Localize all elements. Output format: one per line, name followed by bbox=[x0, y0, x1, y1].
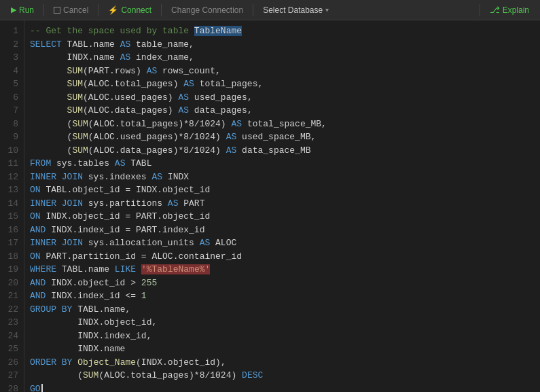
code-line-26: ORDER BY Object_Name(INDX.object_id), bbox=[30, 356, 535, 370]
line-num-10: 10 bbox=[0, 144, 24, 158]
line-num-25: 25 bbox=[0, 342, 24, 356]
code-line-11: FROM sys.tables AS TABL bbox=[30, 157, 535, 171]
code-line-19: WHERE TABL.name LIKE '%TableName%' bbox=[30, 263, 535, 277]
code-line-2: SELECT TABL.name AS table_name, bbox=[30, 38, 535, 52]
code-line-17: INNER JOIN sys.allocation_units AS ALOC bbox=[30, 236, 535, 250]
explain-label: Explain bbox=[503, 5, 529, 15]
line-num-17: 17 bbox=[0, 236, 24, 250]
code-line-4: SUM(PART.rows) AS rows_count, bbox=[30, 65, 535, 78]
line-num-6: 6 bbox=[0, 91, 24, 105]
code-line-23: INDX.object_id, bbox=[30, 316, 535, 329]
line-num-7: 7 bbox=[0, 104, 24, 118]
code-line-12: INNER JOIN sys.indexes AS INDX bbox=[30, 171, 535, 184]
code-line-14: INNER JOIN sys.partitions AS PART bbox=[30, 197, 535, 211]
code-line-16: AND INDX.index_id = PART.index_id bbox=[30, 224, 535, 237]
line-num-27: 27 bbox=[0, 369, 24, 382]
code-line-18: ON PART.partition_id = ALOC.container_id bbox=[30, 250, 535, 264]
line-num-5: 5 bbox=[0, 77, 24, 91]
separator-5 bbox=[480, 4, 480, 16]
line-num-13: 13 bbox=[0, 183, 24, 197]
connect-icon: ⚡ bbox=[108, 5, 118, 15]
line-num-3: 3 bbox=[0, 51, 24, 65]
explain-button[interactable]: ⎇ Explain bbox=[484, 3, 535, 18]
code-line-24: INDX.index_id, bbox=[30, 329, 535, 343]
run-label: Run bbox=[19, 5, 34, 15]
select-database-button[interactable]: Select Database ▾ bbox=[257, 4, 334, 16]
line-num-19: 19 bbox=[0, 263, 24, 277]
code-line-25: INDX.name bbox=[30, 342, 535, 356]
cancel-icon bbox=[54, 7, 60, 14]
code-line-5: SUM(ALOC.total_pages) AS total_pages, bbox=[30, 77, 535, 91]
change-connection-label: Change Connection bbox=[171, 5, 243, 15]
separator-4 bbox=[253, 4, 253, 16]
code-line-27: (SUM(ALOC.total_pages)*8/1024) DESC bbox=[30, 369, 535, 382]
line-num-1: 1 bbox=[0, 24, 24, 38]
line-num-9: 9 bbox=[0, 130, 24, 144]
line-num-11: 11 bbox=[0, 157, 24, 171]
cancel-button[interactable]: Cancel bbox=[48, 3, 94, 18]
line-num-28: 28 bbox=[0, 382, 24, 393]
line-num-12: 12 bbox=[0, 171, 24, 184]
code-line-21: AND INDX.index_id <= 1 bbox=[30, 289, 535, 303]
line-num-2: 2 bbox=[0, 38, 24, 52]
run-button[interactable]: ▶ Run bbox=[5, 3, 39, 18]
code-line-3: INDX.name AS index_name, bbox=[30, 51, 535, 65]
code-line-1: -- Get the space used by table TableName bbox=[30, 24, 535, 38]
line-num-21: 21 bbox=[0, 289, 24, 303]
code-line-8: (SUM(ALOC.total_pages)*8/1024) AS total_… bbox=[30, 118, 535, 131]
line-num-8: 8 bbox=[0, 118, 24, 131]
line-numbers: 1 2 3 4 5 6 7 8 9 10 11 12 13 14 15 16 1… bbox=[0, 20, 24, 392]
separator-3 bbox=[161, 4, 162, 16]
code-line-15: ON INDX.object_id = PART.object_id bbox=[30, 210, 535, 224]
code-line-7: SUM(ALOC.data_pages) AS data_pages, bbox=[30, 104, 535, 118]
line-num-23: 23 bbox=[0, 316, 24, 329]
connect-button[interactable]: ⚡ Connect bbox=[103, 3, 157, 18]
line-num-20: 20 bbox=[0, 277, 24, 290]
line-num-18: 18 bbox=[0, 250, 24, 264]
line-num-22: 22 bbox=[0, 303, 24, 317]
run-icon: ▶ bbox=[11, 5, 16, 14]
code-line-20: AND INDX.object_id > 255 bbox=[30, 277, 535, 290]
chevron-down-icon: ▾ bbox=[325, 6, 329, 14]
line-num-14: 14 bbox=[0, 197, 24, 211]
line-num-4: 4 bbox=[0, 65, 24, 78]
code-line-6: SUM(ALOC.used_pages) AS used_pages, bbox=[30, 91, 535, 105]
line-num-16: 16 bbox=[0, 224, 24, 237]
toolbar: ▶ Run Cancel ⚡ Connect Change Connection… bbox=[0, 0, 540, 20]
separator-2 bbox=[98, 4, 98, 16]
cancel-label: Cancel bbox=[63, 5, 88, 15]
code-line-13: ON TABL.object_id = INDX.object_id bbox=[30, 183, 535, 197]
editor: 1 2 3 4 5 6 7 8 9 10 11 12 13 14 15 16 1… bbox=[0, 20, 540, 392]
code-line-10: (SUM(ALOC.data_pages)*8/1024) AS data_sp… bbox=[30, 144, 535, 158]
change-connection-button[interactable]: Change Connection bbox=[166, 3, 249, 18]
explain-icon: ⎇ bbox=[490, 5, 500, 15]
code-line-9: (SUM(ALOC.used_pages)*8/1024) AS used_sp… bbox=[30, 130, 535, 144]
code-area[interactable]: -- Get the space used by table TableName… bbox=[24, 20, 540, 392]
select-database-label: Select Database bbox=[263, 5, 323, 15]
connect-label: Connect bbox=[121, 5, 151, 15]
code-line-28: GO bbox=[30, 382, 535, 393]
line-num-26: 26 bbox=[0, 356, 24, 370]
line-num-24: 24 bbox=[0, 329, 24, 343]
code-line-22: GROUP BY TABL.name, bbox=[30, 303, 535, 317]
line-num-15: 15 bbox=[0, 210, 24, 224]
separator-1 bbox=[43, 4, 44, 16]
